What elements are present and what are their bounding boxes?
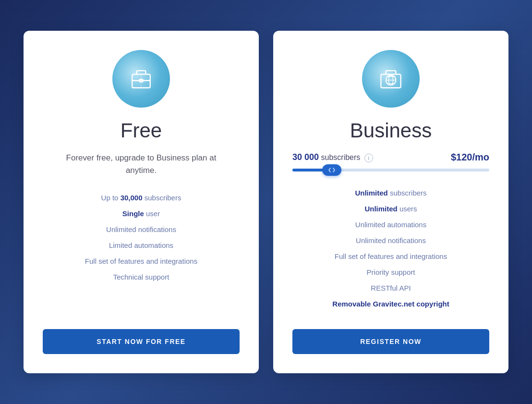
free-plan-title: Free [121, 119, 162, 142]
list-item: Limited automations [43, 237, 240, 253]
business-plan-icon-wrapper [362, 50, 420, 108]
list-item: Priority support [292, 264, 489, 280]
globe-briefcase-icon [376, 64, 405, 93]
list-item: Removable Gravitec.net copyright [292, 296, 489, 312]
business-cta-button[interactable]: REGISTER NOW [292, 329, 489, 354]
free-plan-subtitle: Forever free, upgrade to Business plan a… [60, 152, 223, 176]
briefcase-icon [127, 64, 156, 93]
slider-thumb[interactable] [322, 164, 341, 176]
subscribers-row: 30 000 subscribers i $120/mo [292, 152, 489, 163]
free-plan-card: Free Forever free, upgrade to Business p… [24, 31, 259, 373]
business-price: $120/mo [451, 152, 489, 163]
free-plan-icon-wrapper [112, 50, 170, 108]
list-item: Unlimited subscribers [292, 185, 489, 201]
business-plan-card: Business 30 000 subscribers i $120/mo [273, 31, 508, 373]
list-item: Unlimited notifications [43, 221, 240, 237]
list-item: Up to 30,000 subscribers [43, 190, 240, 206]
list-item: Unlimited automations [292, 217, 489, 233]
business-plan-title: Business [350, 119, 432, 142]
free-cta-button[interactable]: START NOW FOR FREE [43, 329, 240, 354]
free-features-list: Up to 30,000 subscribers Single user Unl… [43, 190, 240, 285]
subscribers-count: 30 000 subscribers i [292, 152, 373, 162]
subscribers-slider[interactable] [292, 169, 489, 171]
list-item: Unlimited notifications [292, 233, 489, 248]
list-item: RESTful API [292, 280, 489, 296]
list-item: Technical support [43, 269, 240, 285]
list-item: Single user [43, 206, 240, 221]
business-features-list: Unlimited subscribers Unlimited users Un… [292, 185, 489, 312]
list-item: Unlimited users [292, 201, 489, 217]
pricing-cards: Free Forever free, upgrade to Business p… [12, 31, 520, 373]
slider-arrows-icon [328, 167, 336, 173]
list-item: Full set of features and integrations [43, 253, 240, 269]
list-item: Full set of features and integrations [292, 248, 489, 264]
slider-track [292, 169, 489, 171]
info-icon[interactable]: i [364, 154, 373, 162]
